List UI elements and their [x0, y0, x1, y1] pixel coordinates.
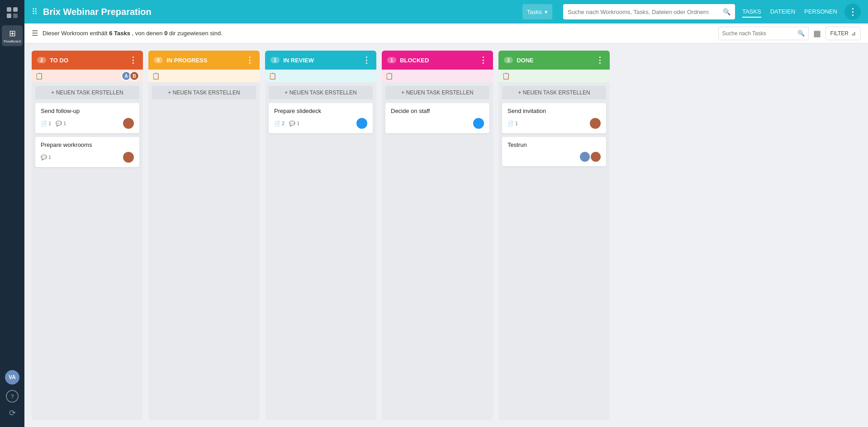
view-toggle-icon[interactable]: ▦	[813, 28, 821, 38]
inreview-count: 1	[270, 57, 280, 63]
blocked-body: + NEUEN TASK ERSTELLEN Decide on staff	[382, 82, 493, 420]
inprogress-menu-icon[interactable]: ⋮	[246, 55, 254, 65]
done-title: DONE	[517, 57, 596, 64]
inreview-progress-icon: 📋	[269, 72, 276, 80]
task-card-send-invitation[interactable]: Send invitation 📄 1	[502, 103, 606, 133]
column-inreview: 1 IN REVIEW ⋮ 📋 + NEUEN TASK ERSTELLEN P…	[265, 51, 376, 420]
main-content: ⠿ Brix Webinar Preparation Tasks ▾ 🔍 TAS…	[24, 0, 868, 427]
task-title: Send follow-up	[41, 108, 134, 114]
task-assignee	[590, 118, 601, 129]
sidebar: ⊞ FlowBoard VA ? ⟳	[0, 0, 24, 427]
dropdown-arrow-icon: ▾	[545, 9, 548, 15]
task-search-icon[interactable]: 🔍	[797, 30, 805, 37]
column-inreview-header: 1 IN REVIEW ⋮	[265, 51, 376, 70]
task-card-decide-on-staff[interactable]: Decide on staff	[385, 103, 489, 133]
task-card-prepare-slidedeck[interactable]: Prepare slidedeck 📄 2 💬 1	[269, 103, 373, 133]
task-meta: 📄 1 💬 1	[41, 118, 134, 129]
inreview-add-task-button[interactable]: + NEUEN TASK ERSTELLEN	[269, 86, 373, 99]
task-title: Send invitation	[508, 108, 601, 114]
inreview-body: + NEUEN TASK ERSTELLEN Prepare slidedeck…	[265, 82, 376, 420]
task-meta: 📄 1	[508, 118, 601, 129]
svg-rect-3	[13, 14, 18, 18]
settings-icon[interactable]: ⟳	[9, 408, 16, 418]
nav-personen[interactable]: PERSONEN	[804, 6, 837, 18]
task-meta	[391, 118, 484, 129]
task-title: Testrun	[508, 141, 601, 148]
task-assignee	[473, 118, 484, 129]
blocked-progress-icon: 📋	[385, 72, 393, 80]
task-title: Prepare slidedeck	[274, 108, 367, 114]
assignee-avatar	[356, 118, 367, 129]
dropdown-label: Tasks	[527, 9, 542, 15]
task-comments: 💬 1	[289, 121, 299, 127]
blocked-progress-bar: 📋	[382, 70, 493, 82]
comment-icon: 💬	[289, 121, 295, 127]
task-title: Decide on staff	[391, 108, 484, 114]
done-count: 2	[504, 57, 513, 63]
task-meta	[508, 152, 601, 162]
global-search-box[interactable]: 🔍	[563, 4, 735, 19]
avatar-user2: B	[129, 71, 139, 81]
task-card-send-follow-up[interactable]: Send follow-up 📄 1 💬 1	[35, 103, 139, 133]
inprogress-progress-icon: 📋	[152, 72, 160, 80]
svg-rect-1	[13, 7, 18, 12]
column-done-header: 2 DONE ⋮	[498, 51, 610, 70]
filter-icon: ⊿	[851, 30, 856, 37]
task-search-box[interactable]: 🔍	[718, 27, 809, 40]
assignee-avatar	[123, 118, 134, 129]
workroom-info: Dieser Workroom enthält 6 Tasks , von de…	[43, 30, 223, 37]
nav-tasks[interactable]: TASKS	[742, 6, 761, 18]
blocked-count: 1	[387, 57, 396, 63]
task-comments: 💬 1	[56, 121, 66, 127]
task-type-dropdown[interactable]: Tasks ▾	[522, 4, 552, 19]
grid-menu-icon[interactable]: ⠿	[32, 7, 38, 17]
task-docs: 📄 1	[41, 121, 51, 127]
done-body: + NEUEN TASK ERSTELLEN Send invitation 📄…	[498, 82, 610, 420]
inreview-menu-icon[interactable]: ⋮	[362, 55, 371, 65]
done-menu-icon[interactable]: ⋮	[596, 55, 604, 65]
column-inprogress-header: 0 IN PROGRESS ⋮	[148, 51, 260, 70]
search-icon[interactable]: 🔍	[723, 8, 730, 15]
todo-add-task-button[interactable]: + NEUEN TASK ERSTELLEN	[35, 86, 139, 99]
task-card-prepare-workrooms[interactable]: Prepare workrooms 💬 1	[35, 137, 139, 167]
column-inprogress: 0 IN PROGRESS ⋮ 📋 + NEUEN TASK ERSTELLEN	[148, 51, 260, 420]
inreview-title: IN REVIEW	[283, 57, 362, 64]
task-title: Prepare workrooms	[41, 141, 134, 148]
blocked-menu-icon[interactable]: ⋮	[479, 55, 488, 65]
task-search-input[interactable]	[722, 30, 797, 37]
help-button[interactable]: ?	[6, 390, 19, 403]
global-search-input[interactable]	[568, 9, 723, 15]
user-avatar[interactable]: VA	[5, 370, 19, 385]
column-done: 2 DONE ⋮ 📋 + NEUEN TASK ERSTELLEN Send i…	[498, 51, 610, 420]
comment-icon: 💬	[56, 121, 62, 127]
doc-icon: 📄	[274, 121, 280, 127]
todo-menu-icon[interactable]: ⋮	[129, 55, 138, 65]
column-todo-header: 2 TO DO ⋮	[32, 51, 143, 70]
todo-body: + NEUEN TASK ERSTELLEN Send follow-up 📄 …	[32, 82, 143, 420]
nav-dateien[interactable]: DATEIEN	[770, 6, 795, 18]
kanban-board: 2 TO DO ⋮ 📋 A B + NEUEN TASK ERSTELLEN S…	[24, 43, 868, 427]
task-assignee	[356, 118, 367, 129]
task-assignee	[580, 152, 601, 162]
column-blocked-header: 1 BLOCKED ⋮	[382, 51, 493, 70]
subheader-actions: 🔍 ▦ FILTER ⊿	[718, 27, 861, 40]
app-logo	[3, 4, 21, 22]
task-comments: 💬 1	[41, 155, 51, 160]
doc-icon: 📄	[508, 121, 514, 127]
more-options-button[interactable]: ⋮	[844, 4, 861, 20]
filter-button[interactable]: FILTER ⊿	[825, 27, 861, 40]
svg-rect-2	[7, 14, 11, 18]
menu-icon[interactable]: ☰	[32, 29, 38, 38]
assignee-avatar	[590, 118, 601, 129]
blocked-add-task-button[interactable]: + NEUEN TASK ERSTELLEN	[385, 86, 489, 99]
inprogress-add-task-button[interactable]: + NEUEN TASK ERSTELLEN	[152, 86, 256, 99]
flowboard-label: FlowBoard	[4, 39, 21, 43]
done-add-task-button[interactable]: + NEUEN TASK ERSTELLEN	[502, 86, 606, 99]
task-card-testrun[interactable]: Testrun	[502, 137, 606, 166]
top-header: ⠿ Brix Webinar Preparation Tasks ▾ 🔍 TAS…	[24, 0, 868, 23]
filter-label: FILTER	[830, 30, 849, 37]
todo-count: 2	[37, 57, 46, 63]
done-progress-icon: 📋	[502, 72, 510, 80]
task-docs: 📄 2	[274, 121, 285, 127]
sidebar-flowboard-button[interactable]: ⊞ FlowBoard	[2, 25, 23, 46]
